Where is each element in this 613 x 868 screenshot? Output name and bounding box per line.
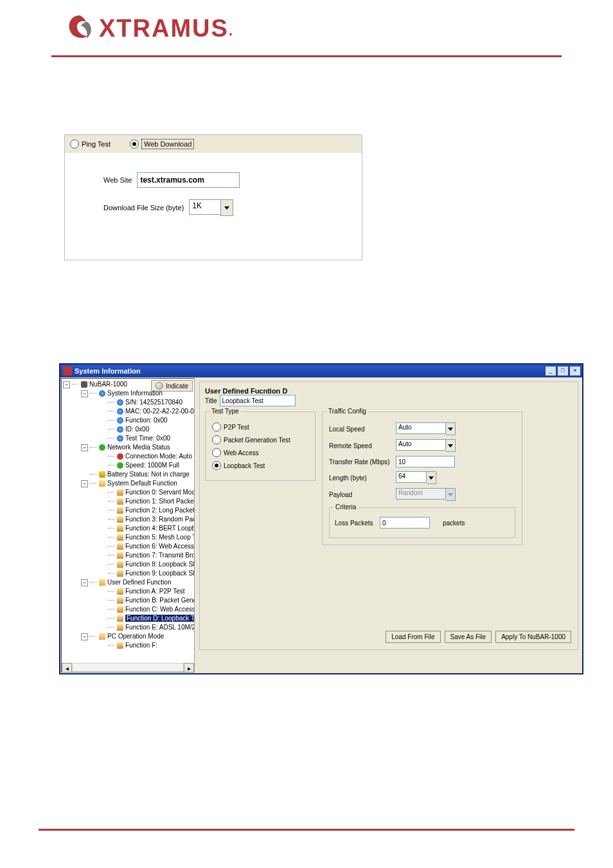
info-icon xyxy=(117,435,123,442)
title-label: Title xyxy=(205,397,217,404)
length-select[interactable]: 64 xyxy=(396,471,436,484)
scroll-left-icon[interactable]: ◂ xyxy=(62,663,72,673)
ping-test-label: Ping Test xyxy=(82,140,111,148)
download-size-select[interactable]: 1K xyxy=(189,199,233,216)
user-defined-function-group: User Defined Fucntion D Title Test Type … xyxy=(199,381,578,650)
tree-speed[interactable]: Speed: 1000M Full xyxy=(125,462,179,469)
tree-f7[interactable]: Function 7: Transmit Broadcast Packets xyxy=(125,552,195,559)
folder-icon xyxy=(99,633,105,640)
func-icon xyxy=(117,570,123,577)
tree-batt[interactable]: Battery Status: Not in charge xyxy=(107,471,190,478)
func-icon xyxy=(117,489,123,496)
status-icon xyxy=(117,462,123,469)
tree-fb[interactable]: Function B: Packet Generation xyxy=(125,597,195,604)
local-speed-label: Local Speed xyxy=(329,426,396,433)
test-type-group: Test Type P2P Test Packet Generation Tes… xyxy=(205,411,315,481)
tree-pc[interactable]: PC Operation Mode xyxy=(107,633,164,640)
tree-fe[interactable]: Function E: ADSL 10M/20M xyxy=(125,624,195,631)
tree-f9[interactable]: Function 9: Loopback Slave (Layer2) xyxy=(125,570,195,577)
loss-packets-label: Loss Packets xyxy=(335,520,380,527)
tree-sdf[interactable]: System Default Function xyxy=(107,480,177,487)
chevron-down-icon xyxy=(446,488,456,501)
loss-packets-input[interactable] xyxy=(380,517,430,529)
tree-id[interactable]: ID: 0x00 xyxy=(125,426,149,433)
info-icon xyxy=(117,426,123,433)
tree-f8[interactable]: Function 8: Loopback Slave (Layer1) xyxy=(125,561,195,568)
website-input[interactable] xyxy=(137,172,240,188)
tree-udf[interactable]: User Defined Function xyxy=(107,579,172,586)
tree-f6[interactable]: Function 6: Web Access xyxy=(125,543,194,550)
payload-select: Random xyxy=(396,488,456,501)
tree-f3[interactable]: Function 3: Random Packet Test xyxy=(125,516,195,523)
window-titlebar[interactable]: System Information _ □ × xyxy=(60,365,582,377)
info-icon xyxy=(117,399,123,406)
tree-conn[interactable]: Connection Mode: Auto xyxy=(125,453,192,460)
radio-icon xyxy=(70,140,79,149)
tree-sn[interactable]: S/N: 142525170840 xyxy=(125,399,182,406)
tree-media[interactable]: Network Media Status xyxy=(107,444,170,451)
web-access-radio[interactable]: Web Access xyxy=(212,448,308,457)
radio-icon xyxy=(212,422,221,431)
tree-ff[interactable]: Function F: xyxy=(125,642,157,649)
scroll-track[interactable] xyxy=(72,663,184,672)
tree-testtime[interactable]: Test Time: 0x00 xyxy=(125,435,170,442)
criteria-group: Criteria Loss Packets packets xyxy=(329,507,515,538)
tree-mac[interactable]: MAC: 00-22-A2-22-00-02 xyxy=(125,408,195,415)
window-title: System Information xyxy=(75,367,545,375)
load-from-file-button[interactable]: Load From File xyxy=(386,631,440,643)
length-label: Length (byte) xyxy=(329,475,396,482)
tree-f5[interactable]: Function 5: Mesh Loop Test xyxy=(125,534,195,541)
maximize-button[interactable]: □ xyxy=(557,366,569,376)
tree-f2[interactable]: Function 2: Long Packet Test xyxy=(125,507,195,514)
func-icon xyxy=(117,597,123,604)
brand-logo: XTRAMUS. xyxy=(64,13,587,44)
web-download-radio[interactable]: Web Download xyxy=(130,139,194,149)
remote-speed-select[interactable]: Auto xyxy=(396,439,456,452)
apply-button[interactable]: Apply To NuBAR-1000 xyxy=(495,631,571,643)
tree-function[interactable]: Function: 0x00 xyxy=(125,417,168,424)
tree-root[interactable]: NuBAR-1000 xyxy=(89,381,127,388)
info-icon xyxy=(99,390,105,397)
title-input[interactable] xyxy=(220,395,296,406)
download-size-label: Download File Size (byte) xyxy=(103,204,184,212)
info-icon xyxy=(117,408,123,415)
transfer-rate-input[interactable] xyxy=(396,456,455,467)
p2p-test-radio[interactable]: P2P Test xyxy=(212,422,308,431)
tree-fd-selected[interactable]: Function D: Loopback Test xyxy=(125,615,195,622)
web-download-label: Web Download xyxy=(141,139,194,149)
loop-label: Loopback Test xyxy=(224,462,265,469)
tree-f4[interactable]: Function 4: BERT Loopback Test xyxy=(125,525,195,532)
p2p-label: P2P Test xyxy=(224,424,249,431)
info-icon xyxy=(117,417,123,424)
payload-value: Random xyxy=(396,488,446,500)
scroll-right-icon[interactable]: ▸ xyxy=(184,663,194,673)
func-icon xyxy=(117,561,123,568)
local-speed-value: Auto xyxy=(396,422,446,434)
local-speed-select[interactable]: Auto xyxy=(396,422,456,435)
tree-f0[interactable]: Function 0: Servant Mode xyxy=(125,489,195,496)
save-as-file-button[interactable]: Save As File xyxy=(445,631,492,643)
traffic-config-title: Traffic Config xyxy=(326,408,368,415)
tree-fc[interactable]: Function C: Web Access xyxy=(125,606,195,613)
web-label: Web Access xyxy=(224,449,259,457)
transfer-rate-label: Transfer Rate (Mbps) xyxy=(329,458,396,466)
tree-sysinfo[interactable]: System Information xyxy=(107,390,163,397)
close-button[interactable]: × xyxy=(569,366,581,376)
folder-icon xyxy=(99,480,105,487)
func-icon xyxy=(117,615,123,622)
radio-checked-icon xyxy=(130,140,139,149)
folder-icon xyxy=(99,579,105,586)
func-icon xyxy=(117,624,123,631)
ping-test-radio[interactable]: Ping Test xyxy=(70,140,111,149)
packet-gen-radio[interactable]: Packet Generation Test xyxy=(212,435,308,444)
minimize-button[interactable]: _ xyxy=(545,366,556,376)
radio-icon xyxy=(212,448,221,457)
tree-scrollbar[interactable]: ◂ ▸ xyxy=(62,663,194,672)
tree-fa[interactable]: Function A: P2P Test xyxy=(125,588,184,595)
tree-f1[interactable]: Function 1: Short Packet Test xyxy=(125,498,195,505)
packets-unit: packets xyxy=(443,520,465,527)
loopback-test-radio[interactable]: Loopback Test xyxy=(212,461,308,470)
chevron-down-icon xyxy=(427,471,436,484)
navigation-tree[interactable]: Indicate −NuBAR-1000 −System Information… xyxy=(61,378,195,673)
status-icon xyxy=(99,444,105,451)
